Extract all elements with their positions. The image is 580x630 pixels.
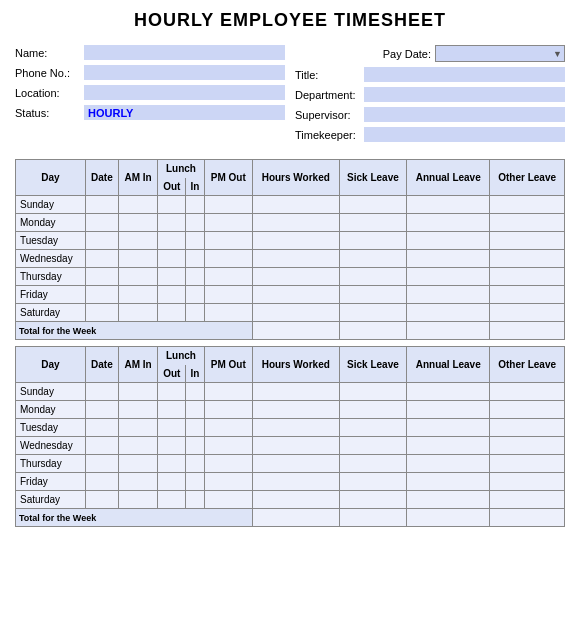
data-cell[interactable]: [490, 419, 565, 437]
data-cell[interactable]: [118, 232, 157, 250]
data-cell[interactable]: [339, 437, 407, 455]
data-cell[interactable]: [490, 250, 565, 268]
data-cell[interactable]: [186, 491, 204, 509]
data-cell[interactable]: [85, 401, 118, 419]
pay-date-input[interactable]: ▼: [435, 45, 565, 62]
data-cell[interactable]: [490, 304, 565, 322]
timekeeper-input[interactable]: [364, 127, 565, 142]
department-input[interactable]: [364, 87, 565, 102]
data-cell[interactable]: [407, 232, 490, 250]
data-cell[interactable]: [204, 383, 252, 401]
data-cell[interactable]: [186, 383, 204, 401]
data-cell[interactable]: [407, 268, 490, 286]
data-cell[interactable]: [158, 401, 186, 419]
data-cell[interactable]: [204, 268, 252, 286]
data-cell[interactable]: [339, 232, 407, 250]
data-cell[interactable]: [158, 383, 186, 401]
data-cell[interactable]: [186, 455, 204, 473]
data-cell[interactable]: [407, 286, 490, 304]
data-cell[interactable]: [252, 250, 339, 268]
data-cell[interactable]: [118, 304, 157, 322]
data-cell[interactable]: [252, 473, 339, 491]
data-cell[interactable]: [204, 286, 252, 304]
data-cell[interactable]: [85, 491, 118, 509]
data-cell[interactable]: [186, 419, 204, 437]
data-cell[interactable]: [252, 437, 339, 455]
data-cell[interactable]: [407, 491, 490, 509]
data-cell[interactable]: [490, 196, 565, 214]
data-cell[interactable]: [118, 437, 157, 455]
data-cell[interactable]: [186, 214, 204, 232]
data-cell[interactable]: [186, 268, 204, 286]
data-cell[interactable]: [407, 419, 490, 437]
data-cell[interactable]: [252, 286, 339, 304]
data-cell[interactable]: [158, 455, 186, 473]
data-cell[interactable]: [407, 437, 490, 455]
data-cell[interactable]: [158, 437, 186, 455]
data-cell[interactable]: [85, 196, 118, 214]
data-cell[interactable]: [85, 383, 118, 401]
data-cell[interactable]: [118, 214, 157, 232]
data-cell[interactable]: [118, 383, 157, 401]
data-cell[interactable]: [204, 232, 252, 250]
data-cell[interactable]: [252, 214, 339, 232]
data-cell[interactable]: [158, 196, 186, 214]
data-cell[interactable]: [490, 491, 565, 509]
data-cell[interactable]: [490, 473, 565, 491]
data-cell[interactable]: [186, 232, 204, 250]
data-cell[interactable]: [158, 473, 186, 491]
data-cell[interactable]: [339, 401, 407, 419]
data-cell[interactable]: [339, 196, 407, 214]
data-cell[interactable]: [407, 473, 490, 491]
data-cell[interactable]: [118, 473, 157, 491]
data-cell[interactable]: [85, 304, 118, 322]
data-cell[interactable]: [252, 232, 339, 250]
data-cell[interactable]: [118, 455, 157, 473]
data-cell[interactable]: [118, 491, 157, 509]
data-cell[interactable]: [407, 401, 490, 419]
supervisor-input[interactable]: [364, 107, 565, 122]
data-cell[interactable]: [204, 491, 252, 509]
data-cell[interactable]: [158, 304, 186, 322]
data-cell[interactable]: [490, 232, 565, 250]
data-cell[interactable]: [407, 196, 490, 214]
data-cell[interactable]: [407, 250, 490, 268]
data-cell[interactable]: [252, 196, 339, 214]
data-cell[interactable]: [204, 214, 252, 232]
data-cell[interactable]: [339, 491, 407, 509]
data-cell[interactable]: [186, 286, 204, 304]
data-cell[interactable]: [252, 419, 339, 437]
data-cell[interactable]: [158, 286, 186, 304]
data-cell[interactable]: [158, 268, 186, 286]
data-cell[interactable]: [339, 286, 407, 304]
data-cell[interactable]: [85, 214, 118, 232]
location-input[interactable]: [84, 85, 285, 100]
data-cell[interactable]: [490, 286, 565, 304]
data-cell[interactable]: [158, 232, 186, 250]
title-input[interactable]: [364, 67, 565, 82]
data-cell[interactable]: [118, 286, 157, 304]
data-cell[interactable]: [339, 250, 407, 268]
data-cell[interactable]: [158, 214, 186, 232]
data-cell[interactable]: [252, 401, 339, 419]
data-cell[interactable]: [85, 455, 118, 473]
data-cell[interactable]: [339, 419, 407, 437]
data-cell[interactable]: [490, 455, 565, 473]
name-input[interactable]: [84, 45, 285, 60]
data-cell[interactable]: [252, 455, 339, 473]
data-cell[interactable]: [339, 304, 407, 322]
data-cell[interactable]: [158, 419, 186, 437]
data-cell[interactable]: [186, 304, 204, 322]
data-cell[interactable]: [118, 196, 157, 214]
data-cell[interactable]: [339, 473, 407, 491]
data-cell[interactable]: [118, 250, 157, 268]
data-cell[interactable]: [85, 232, 118, 250]
data-cell[interactable]: [407, 383, 490, 401]
data-cell[interactable]: [85, 250, 118, 268]
data-cell[interactable]: [252, 304, 339, 322]
data-cell[interactable]: [204, 473, 252, 491]
data-cell[interactable]: [490, 383, 565, 401]
data-cell[interactable]: [204, 304, 252, 322]
data-cell[interactable]: [186, 250, 204, 268]
data-cell[interactable]: [118, 401, 157, 419]
